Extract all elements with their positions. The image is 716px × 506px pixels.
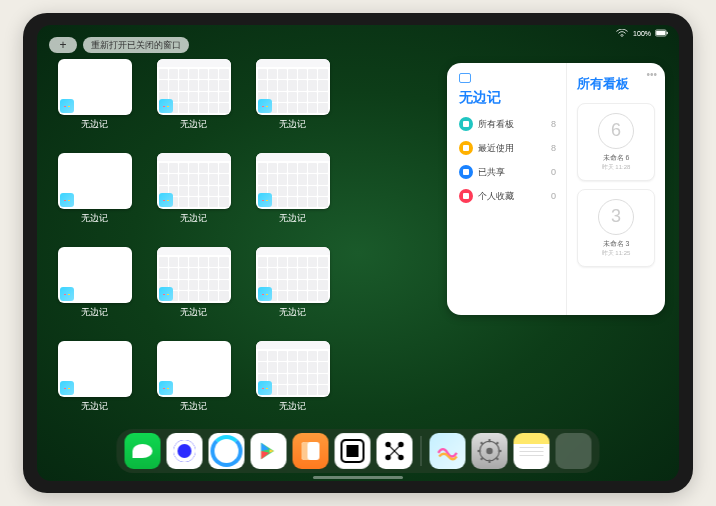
window-thumbnail[interactable]: 无边记 [51,59,138,145]
window-thumbnail[interactable]: 无边记 [249,59,336,145]
window-label: 无边记 [279,118,306,131]
filter-label: 已共享 [478,166,505,179]
window-preview [58,341,132,397]
dock-separator [421,436,422,466]
board-sketch: 3 [598,199,634,235]
filter-icon [459,141,473,155]
filter-label: 最近使用 [478,142,514,155]
svg-line-16 [496,442,498,444]
window-label: 无边记 [180,118,207,131]
board-sublabel: 昨天 11:28 [602,163,631,172]
filter-icon [459,189,473,203]
app-switcher-area: 无边记无边记无边记无边记无边记无边记无边记无边记无边记无边记无边记无边记 •••… [51,59,665,427]
freeform-app-badge-icon [258,381,272,395]
window-preview [256,341,330,397]
filter-item[interactable]: 所有看板8 [459,117,556,131]
freeform-app-badge-icon [159,193,173,207]
ipad-frame: 100% + 重新打开已关闭的窗口 无边记无边记无边记无边记无边记无边记无边记无… [23,13,693,493]
widget-content: 所有看板 6未命名 6昨天 11:283未命名 3昨天 11:25 [567,63,665,315]
window-preview [256,59,330,115]
board-sublabel: 昨天 11:25 [602,249,631,258]
qqbrowser-icon[interactable] [209,433,245,469]
window-label: 无边记 [81,400,108,413]
wechat-icon[interactable] [125,433,161,469]
play-store-icon[interactable] [251,433,287,469]
new-window-button[interactable]: + [49,37,77,53]
wifi-icon [615,29,629,37]
window-thumbnail[interactable]: 无边记 [51,247,138,333]
window-label: 无边记 [180,400,207,413]
filter-item[interactable]: 已共享0 [459,165,556,179]
books-icon[interactable] [293,433,329,469]
window-label: 无边记 [81,212,108,225]
board-card[interactable]: 6未命名 6昨天 11:28 [577,103,655,181]
window-thumbnail[interactable]: 无边记 [249,341,336,427]
freeform-app-badge-icon [60,287,74,301]
filter-item[interactable]: 个人收藏0 [459,189,556,203]
window-thumbnail[interactable]: 无边记 [51,153,138,239]
filter-count: 8 [551,143,556,153]
freeform-app-badge-icon [159,99,173,113]
window-preview [256,153,330,209]
notes-icon[interactable] [514,433,550,469]
window-thumbnail[interactable]: 无边记 [249,153,336,239]
window-thumbnail[interactable]: 无边记 [150,59,237,145]
status-bar: 100% [615,29,669,37]
window-thumbnail[interactable]: 无边记 [150,153,237,239]
filter-count: 8 [551,119,556,129]
widget-right-title: 所有看板 [577,75,655,93]
freeform-app-badge-icon [159,381,173,395]
home-indicator[interactable] [313,476,403,479]
svg-point-0 [621,36,622,37]
dice-icon[interactable] [335,433,371,469]
filter-count: 0 [551,167,556,177]
window-preview [58,153,132,209]
network-icon[interactable] [377,433,413,469]
app-folder-icon[interactable] [556,433,592,469]
window-label: 无边记 [279,400,306,413]
filter-count: 0 [551,191,556,201]
filter-item[interactable]: 最近使用8 [459,141,556,155]
ipad-screen: 100% + 重新打开已关闭的窗口 无边记无边记无边记无边记无边记无边记无边记无… [37,25,679,481]
svg-line-14 [481,442,483,444]
board-card[interactable]: 3未命名 3昨天 11:25 [577,189,655,267]
window-label: 无边记 [81,306,108,319]
settings-icon[interactable] [472,433,508,469]
svg-line-17 [481,458,483,460]
filter-icon [459,165,473,179]
window-preview [58,247,132,303]
boards-list: 6未命名 6昨天 11:283未命名 3昨天 11:25 [577,103,655,267]
freeform-widget[interactable]: ••• 无边记 所有看板8最近使用8已共享0个人收藏0 所有看板 6未命名 6昨… [447,63,665,315]
svg-point-9 [486,448,493,455]
filter-label: 所有看板 [478,118,514,131]
window-preview [157,59,231,115]
board-icon [459,73,471,83]
windows-grid: 无边记无边记无边记无边记无边记无边记无边记无边记无边记无边记无边记无边记 [51,59,435,427]
window-thumbnail[interactable]: 无边记 [150,247,237,333]
freeform-app-badge-icon [258,193,272,207]
widget-sidebar: 无边记 所有看板8最近使用8已共享0个人收藏0 [447,63,567,315]
window-thumbnail[interactable]: 无边记 [249,247,336,333]
board-label: 未命名 6 [603,153,630,163]
window-preview [157,341,231,397]
freeform-app-badge-icon [60,193,74,207]
window-label: 无边记 [279,212,306,225]
freeform-icon[interactable] [430,433,466,469]
window-thumbnail[interactable]: 无边记 [150,341,237,427]
window-preview [157,153,231,209]
widget-title: 无边记 [459,89,556,107]
reopen-closed-window-button[interactable]: 重新打开已关闭的窗口 [83,37,189,53]
window-preview [58,59,132,115]
widget-more-icon[interactable]: ••• [646,69,657,80]
filter-icon [459,117,473,131]
freeform-app-badge-icon [159,287,173,301]
svg-rect-2 [656,31,665,36]
dock [117,429,600,473]
window-label: 无边记 [279,306,306,319]
window-thumbnail[interactable]: 无边记 [51,341,138,427]
svg-rect-3 [667,32,668,34]
freeform-app-badge-icon [258,99,272,113]
battery-percent: 100% [633,30,651,37]
window-preview [157,247,231,303]
quark-icon[interactable] [167,433,203,469]
